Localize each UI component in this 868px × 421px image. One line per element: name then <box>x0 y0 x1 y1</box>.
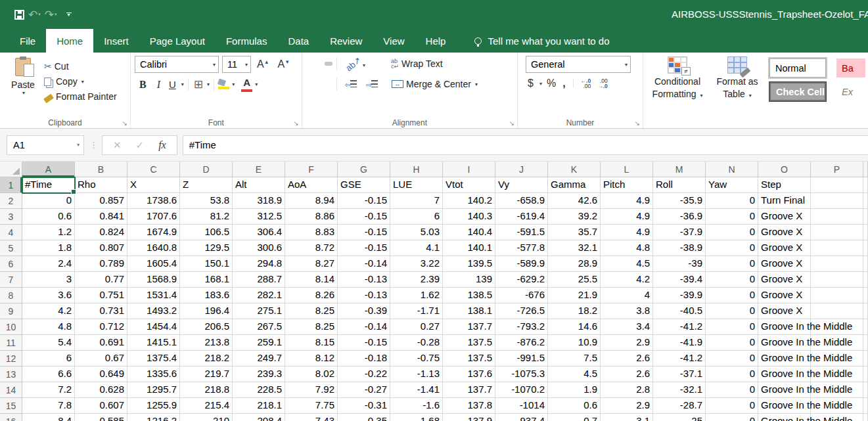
cell-B8[interactable]: 0.751 <box>75 288 127 303</box>
cell-L1[interactable]: Pitch <box>601 177 653 193</box>
cell-C11[interactable]: 1415.1 <box>127 335 180 351</box>
cell-L6[interactable]: 4.5 <box>601 256 653 272</box>
cell-D6[interactable]: 150.1 <box>180 256 233 272</box>
cell-K10[interactable]: 14.6 <box>548 319 601 335</box>
cell-D1[interactable]: Z <box>180 177 233 193</box>
cell-A13[interactable]: 6.6 <box>22 366 75 382</box>
format-as-table-button[interactable]: Format as Table ▾ <box>712 56 763 116</box>
paste-dropdown-icon[interactable]: ▾ <box>22 90 25 96</box>
cell-G2[interactable]: -0.15 <box>338 193 390 209</box>
cell-P14[interactable] <box>811 382 863 398</box>
column-header-I[interactable]: I <box>443 162 495 177</box>
cell-B7[interactable]: 0.77 <box>75 272 127 288</box>
cell-M8[interactable]: -39.9 <box>653 288 706 303</box>
cell-O15[interactable]: Groove In the Middle <box>758 398 811 414</box>
cell-G1[interactable]: GSE <box>338 177 390 193</box>
cell-F13[interactable]: 8.02 <box>285 366 338 382</box>
cell-N6[interactable]: 0 <box>706 256 758 272</box>
cell-F2[interactable]: 8.94 <box>285 193 338 209</box>
cell-B1[interactable]: Rho <box>75 177 127 193</box>
cell-E15[interactable]: 218.1 <box>233 398 285 414</box>
cell-K3[interactable]: 39.2 <box>548 209 601 225</box>
cell-L3[interactable]: 4.9 <box>601 209 653 225</box>
bold-button[interactable]: B <box>135 79 151 91</box>
paste-button[interactable]: Paste ▾ <box>4 56 42 116</box>
column-header-J[interactable]: J <box>495 162 548 177</box>
cell-F16[interactable]: 7.43 <box>285 414 338 421</box>
cell-I13[interactable]: 137.6 <box>443 366 495 382</box>
cell-B6[interactable]: 0.789 <box>75 256 127 272</box>
cell-O4[interactable]: Groove X <box>758 225 811 240</box>
cell-A9[interactable]: 4.2 <box>22 303 75 319</box>
cell-L5[interactable]: 4.8 <box>601 240 653 256</box>
cell-E8[interactable]: 282.1 <box>233 288 285 303</box>
cell-P4[interactable] <box>811 225 863 240</box>
column-header-partial[interactable] <box>863 162 868 177</box>
cell-H2[interactable]: 7 <box>390 193 443 209</box>
cell-M13[interactable]: -37.1 <box>653 366 706 382</box>
cell-style-explanatory[interactable]: Ex <box>836 82 865 101</box>
cell-N8[interactable]: 0 <box>706 288 758 303</box>
cell-O7[interactable]: Groove X <box>758 272 811 288</box>
cell-I8[interactable]: 138.5 <box>443 288 495 303</box>
cell-partial[interactable] <box>863 288 868 303</box>
cell-A1[interactable]: #Time <box>22 177 75 193</box>
cell-O9[interactable]: Groove X <box>758 303 811 319</box>
font-color-dropdown-icon[interactable]: ▾ <box>255 81 258 87</box>
tell-me-box[interactable]: Tell me what you want to do <box>474 29 609 53</box>
cell-J1[interactable]: Vy <box>495 177 548 193</box>
cell-B9[interactable]: 0.731 <box>75 303 127 319</box>
cell-K13[interactable]: 4.5 <box>548 366 601 382</box>
cell-M7[interactable]: -39.4 <box>653 272 706 288</box>
column-header-E[interactable]: E <box>233 162 285 177</box>
cell-B2[interactable]: 0.857 <box>75 193 127 209</box>
column-header-L[interactable]: L <box>601 162 653 177</box>
row-header-15[interactable]: 15 <box>0 398 22 414</box>
cell-H8[interactable]: 1.62 <box>390 288 443 303</box>
cell-J10[interactable]: -793.2 <box>495 319 548 335</box>
cell-G4[interactable]: -0.15 <box>338 225 390 240</box>
cell-I2[interactable]: 140.2 <box>443 193 495 209</box>
cell-P7[interactable] <box>811 272 863 288</box>
row-header-2[interactable]: 2 <box>0 193 22 209</box>
name-box-dropdown-icon[interactable]: ▾ <box>77 142 80 148</box>
cell-H12[interactable]: -0.75 <box>390 351 443 366</box>
cell-partial[interactable] <box>863 319 868 335</box>
cell-M11[interactable]: -41.9 <box>653 335 706 351</box>
cell-H6[interactable]: 3.22 <box>390 256 443 272</box>
tab-home[interactable]: Home <box>46 29 93 53</box>
cell-K8[interactable]: 21.9 <box>548 288 601 303</box>
borders-icon[interactable]: ⊞ <box>193 78 204 91</box>
number-format-select[interactable]: General▾ <box>526 56 631 73</box>
cell-N16[interactable]: 0 <box>706 414 758 421</box>
cell-N5[interactable]: 0 <box>706 240 758 256</box>
cell-E3[interactable]: 312.5 <box>233 209 285 225</box>
cell-A11[interactable]: 5.4 <box>22 335 75 351</box>
cell-D2[interactable]: 53.8 <box>180 193 233 209</box>
cell-C3[interactable]: 1707.6 <box>127 209 180 225</box>
cell-L13[interactable]: 2.6 <box>601 366 653 382</box>
cell-G15[interactable]: -0.31 <box>338 398 390 414</box>
formula-input[interactable]: #Time <box>183 135 868 155</box>
cell-K5[interactable]: 32.1 <box>548 240 601 256</box>
cell-J4[interactable]: -591.5 <box>495 225 548 240</box>
cell-D8[interactable]: 183.6 <box>180 288 233 303</box>
cell-C6[interactable]: 1605.4 <box>127 256 180 272</box>
cell-L16[interactable]: 3.1 <box>601 414 653 421</box>
cell-A4[interactable]: 1.2 <box>22 225 75 240</box>
cell-K2[interactable]: 42.6 <box>548 193 601 209</box>
cell-partial[interactable] <box>863 382 868 398</box>
cell-K1[interactable]: Gamma <box>548 177 601 193</box>
font-name-select[interactable]: Calibri▾ <box>135 56 219 73</box>
cell-N1[interactable]: Yaw <box>706 177 758 193</box>
cell-A3[interactable]: 0.6 <box>22 209 75 225</box>
cell-K9[interactable]: 18.2 <box>548 303 601 319</box>
cell-O2[interactable]: Turn Final <box>758 193 811 209</box>
underline-button[interactable]: U <box>166 79 179 90</box>
cell-I15[interactable]: 137.8 <box>443 398 495 414</box>
cell-M1[interactable]: Roll <box>653 177 706 193</box>
cell-E1[interactable]: Alt <box>233 177 285 193</box>
row-header-13[interactable]: 13 <box>0 366 22 382</box>
cell-A12[interactable]: 6 <box>22 351 75 366</box>
accounting-format-button[interactable]: $ <box>526 78 536 89</box>
